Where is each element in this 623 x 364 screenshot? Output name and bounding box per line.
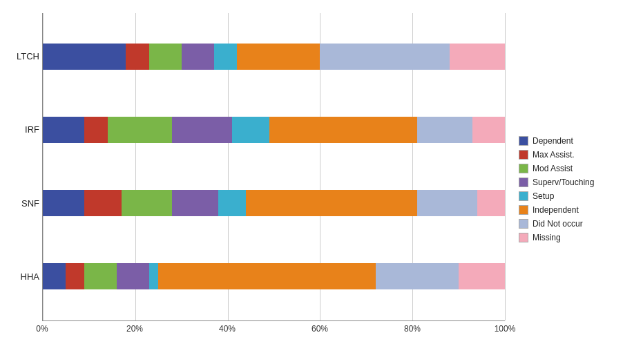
bar-segment-independent: [158, 263, 375, 289]
legend-label: Superv/Touching: [533, 178, 594, 187]
bar-segment-setup: [149, 263, 158, 289]
x-axis-labels: 0%20%40%60%80%100%: [42, 324, 505, 338]
legend-swatch: [519, 164, 528, 173]
bar-row: LTCH: [43, 41, 505, 72]
bar-segment-mod-assist: [122, 190, 173, 216]
bar-segment-dependent: [43, 190, 84, 216]
bar-segment-setup: [218, 190, 246, 216]
bar-category-label: SNF: [12, 198, 39, 209]
legend-item: Missing: [519, 233, 615, 242]
bar-segment-max-assist-: [84, 117, 107, 143]
legend-swatch: [519, 205, 528, 215]
legend-item: Superv/Touching: [519, 178, 615, 187]
bar-segment-missing: [450, 44, 505, 70]
bar-segment-superv-touching: [172, 117, 232, 143]
legend-label: Max Assist.: [533, 150, 575, 160]
bar-segment-independent: [269, 117, 417, 143]
legend-label: Independent: [533, 205, 579, 215]
legend-swatch: [519, 191, 528, 201]
bar-segment-did-not-occur: [417, 117, 472, 143]
x-axis-label: 100%: [495, 324, 516, 334]
bar: [43, 117, 505, 143]
legend-item: Max Assist.: [519, 150, 615, 160]
bar-segment-dependent: [43, 117, 84, 143]
legend: DependentMax Assist.Mod AssistSuperv/Tou…: [505, 6, 615, 358]
bar-segment-setup: [214, 44, 237, 70]
bar-segment-missing: [477, 190, 505, 216]
x-axis-label: 60%: [312, 324, 328, 334]
bar-segment-did-not-occur: [376, 263, 459, 289]
legend-swatch: [519, 150, 528, 160]
bar-segment-missing: [472, 117, 505, 143]
bar-category-label: LTCH: [12, 51, 39, 61]
legend-label: Dependent: [533, 136, 573, 146]
legend-swatch: [519, 136, 528, 146]
bar-segment-did-not-occur: [320, 44, 449, 70]
x-axis-label: 0%: [36, 324, 48, 334]
bar-segment-setup: [232, 117, 269, 143]
chart-area: LTCHIRFSNFHHA 0%20%40%60%80%100%: [8, 6, 505, 358]
legend-label: Missing: [533, 233, 561, 242]
legend-label: Mod Assist: [533, 164, 573, 173]
bar-segment-mod-assist: [84, 263, 117, 289]
legend-item: Dependent: [519, 136, 615, 146]
x-axis-label: 40%: [219, 324, 236, 334]
legend-swatch: [519, 178, 528, 187]
bar: [43, 263, 505, 289]
bar-segment-superv-touching: [117, 263, 149, 289]
bar-segment-dependent: [43, 44, 126, 70]
legend-label: Did Not occur: [533, 219, 583, 229]
bars-section: LTCHIRFSNFHHA: [42, 13, 505, 321]
legend-label: Setup: [533, 191, 554, 201]
bar-segment-missing: [459, 263, 505, 289]
legend-item: Did Not occur: [519, 219, 615, 229]
bar-segment-superv-touching: [182, 44, 214, 70]
x-axis-label: 20%: [126, 324, 143, 334]
legend-swatch: [519, 233, 528, 242]
bar-segment-mod-assist: [149, 44, 182, 70]
chart-container: LTCHIRFSNFHHA 0%20%40%60%80%100% Depende…: [8, 6, 615, 358]
bar-category-label: HHA: [12, 271, 39, 282]
legend-swatch: [519, 219, 528, 229]
legend-item: Setup: [519, 191, 615, 201]
bar-segment-dependent: [43, 263, 66, 289]
bar-segment-independent: [237, 44, 320, 70]
bar: [43, 190, 505, 216]
bar-segment-max-assist-: [84, 190, 122, 216]
bar-segment-independent: [246, 190, 417, 216]
bar-segment-superv-touching: [172, 190, 218, 216]
x-axis-label: 80%: [404, 324, 421, 334]
legend-item: Independent: [519, 205, 615, 215]
bar-row: HHA: [43, 261, 505, 292]
bar-segment-max-assist-: [126, 44, 148, 70]
bar-row: IRF: [43, 114, 505, 145]
bar-category-label: IRF: [12, 124, 39, 135]
bar-segment-mod-assist: [108, 117, 173, 143]
bar-segment-did-not-occur: [417, 190, 477, 216]
bar: [43, 44, 505, 70]
bar-row: SNF: [43, 188, 505, 219]
bar-segment-max-assist-: [66, 263, 84, 289]
legend-item: Mod Assist: [519, 164, 615, 173]
